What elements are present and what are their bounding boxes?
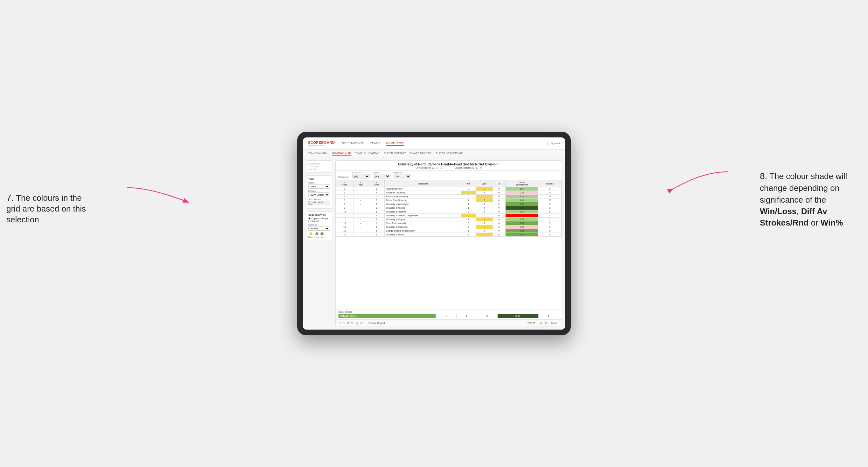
cell-reg: - [353, 229, 368, 233]
col-conf: #Conf [368, 180, 385, 187]
school-field: School (Rank) 1. University of Nort... [308, 198, 330, 205]
ood-loss: 0 [456, 314, 477, 318]
cell-diff: 2.61 [505, 210, 538, 214]
cell-loss: 0 [476, 229, 493, 233]
cell-rank: 11 [336, 214, 353, 218]
sign-out-link[interactable]: Sign out [547, 142, 560, 145]
cell-reg: - [353, 218, 368, 221]
region-select[interactable]: (All) [373, 174, 391, 179]
col-diff: Diff AvStrokes/Rnd [505, 180, 538, 187]
data-table-wrapper: #Rank #Reg #Conf Opponent Win Loss Tie D… [336, 180, 562, 309]
table-row: 11 - 6 University of Arkansas, Fayettevi… [336, 214, 562, 218]
colour-by-label: Colour by [308, 224, 330, 226]
school-input[interactable]: 1. University of Nort... [308, 201, 330, 205]
cell-tie: 0 [493, 218, 505, 221]
gender-label: Gender [308, 182, 330, 184]
nav-tournaments[interactable]: TOURNAMENTS [341, 141, 364, 146]
cell-opponent: University of Alabama [385, 210, 461, 214]
cell-win: 5 [461, 229, 476, 233]
gender-field: Gender Men's [308, 182, 330, 189]
cell-tie: 0 [493, 198, 505, 202]
cell-diff: 1.83 [505, 198, 538, 202]
cell-diff: -2.29 [505, 191, 538, 195]
right-annotation-bold3: Win% [820, 218, 843, 227]
ood-tie: 0 [477, 314, 497, 318]
radio-top100[interactable]: Top 100 [308, 220, 330, 222]
undo-icon[interactable]: ↩ [339, 322, 341, 324]
conference-select[interactable]: (All) [352, 174, 370, 179]
cell-win: 5 [461, 195, 476, 198]
left-arrow-svg [124, 185, 194, 210]
col-win: Win [461, 180, 476, 187]
region-filter-label: Region [373, 172, 391, 174]
gender-select[interactable]: Men's [308, 184, 330, 189]
cell-opponent: Florida State University [385, 198, 461, 202]
opponent-select[interactable]: (All) [394, 174, 411, 179]
subnav-player-summary[interactable]: PLAYER SUMMARY [384, 151, 406, 155]
cell-win: 1 [461, 218, 476, 221]
thumbs-icon[interactable]: 👍 [539, 322, 542, 324]
division-select[interactable]: NCAA Division I [308, 192, 330, 197]
nav-teams[interactable]: TEAMS [370, 141, 380, 146]
cell-conf: 3 [368, 218, 385, 221]
share-btn[interactable]: Share [550, 321, 558, 325]
redo-icon[interactable]: ↪ [343, 322, 345, 324]
right-annotation-number: 8. [760, 171, 767, 181]
cell-rank: 16 [336, 233, 353, 237]
nav-committee[interactable]: COMMITTEE [386, 141, 404, 146]
cell-loss: 1 [476, 187, 493, 191]
table-row: 9 - 1 University of Arizona 1 0 0 9.00 2 [336, 206, 562, 210]
cell-rounds: 9 [538, 221, 562, 225]
cell-rank: 6 [336, 198, 353, 202]
last-updated-text: Last Updated: 27/03/2024 16:55:38 [308, 162, 330, 170]
legend-up: Up [320, 232, 323, 238]
cell-reg: - [353, 210, 368, 214]
watch-btn[interactable]: Watch ▾ [526, 321, 537, 325]
cell-conf: 2 [368, 233, 385, 237]
radio-opponents-played[interactable]: Opponents Played [308, 217, 330, 219]
ood-label: Out of division [338, 311, 559, 313]
cell-conf: 1 [368, 195, 385, 198]
cell-diff: 2.28 [505, 195, 538, 198]
left-annotation-number: 7. [6, 193, 14, 203]
grid-icon[interactable]: ⊞ [545, 322, 547, 324]
cell-rounds: 3 [538, 214, 562, 218]
cell-rank: 10 [336, 210, 353, 214]
cell-conf: 1 [368, 187, 385, 191]
subnav-team-summary[interactable]: TEAM SUMMARY [308, 151, 328, 155]
cell-win: 2 [461, 225, 476, 229]
cell-loss: 1 [476, 195, 493, 198]
cell-win: 3 [461, 210, 476, 214]
cell-conf: 2 [368, 198, 385, 202]
col-opponent: Opponent [385, 180, 461, 187]
cell-diff: -1.00 [505, 225, 538, 229]
legend-circle-up [320, 232, 323, 236]
cell-rounds: 3 [538, 218, 562, 221]
cell-tie: 0 [493, 229, 505, 233]
subnav-team-h2h-heatmap[interactable]: TEAM H2H HEATMAP [355, 151, 379, 155]
table-row: 2 - 1 Auburn University 2 1 0 1.67 9 [336, 187, 562, 191]
cell-reg: - [353, 233, 368, 237]
app-header: SCOREBOARD Powered by clippd TOURNAMENTS… [303, 137, 565, 150]
cell-reg: - [353, 198, 368, 202]
copy-icon[interactable]: ⧉ [351, 321, 353, 324]
ood-diff: 26.00 [497, 314, 538, 318]
cell-win: 4 [461, 198, 476, 202]
logo-sub: Powered by clippd [308, 145, 335, 146]
paste-icon[interactable]: 📋 [355, 322, 358, 324]
subnav-team-h2h-grid[interactable]: TEAM H2H GRID [332, 151, 351, 156]
clock-icon[interactable]: ⏱ [360, 322, 363, 324]
opponent-filter-label: Opponent [394, 172, 411, 174]
cell-tie: 0 [493, 195, 505, 198]
col-reg: #Reg [353, 180, 368, 187]
division-record: Division Record: 88 - 17 - 0 [455, 167, 482, 169]
colour-by-field: Colour by Win/loss [308, 224, 330, 231]
subnav-player-h2h-grid[interactable]: PLAYER H2H GRID [410, 151, 431, 155]
reset-icon[interactable]: ↺ [347, 322, 349, 324]
view-original-btn[interactable]: 👁 View: Original [367, 321, 386, 325]
subnav-player-h2h-heatmap[interactable]: PLAYER H2H HEATMAP [436, 151, 463, 155]
table-row: 3 - 2 Vanderbilt University 0 4 0 -2.29 … [336, 191, 562, 195]
cell-diff: -4.33 [505, 214, 538, 218]
colour-by-select[interactable]: Win/loss [308, 226, 330, 231]
cell-rounds: 2 [538, 206, 562, 210]
